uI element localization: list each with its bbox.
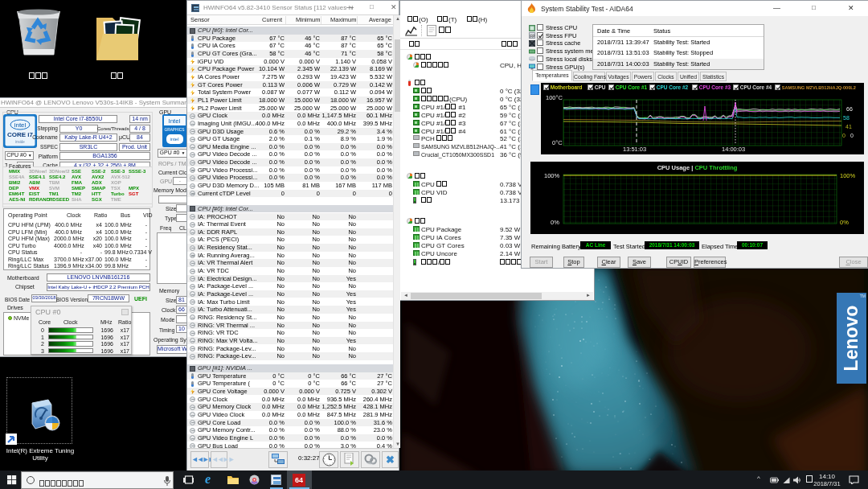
svg-text:GRAPHICS: GRAPHICS <box>164 128 184 132</box>
svg-text:Intel: Intel <box>168 117 180 125</box>
svg-text:intel: intel <box>170 137 178 142</box>
svg-text:FP: FP <box>530 34 535 39</box>
